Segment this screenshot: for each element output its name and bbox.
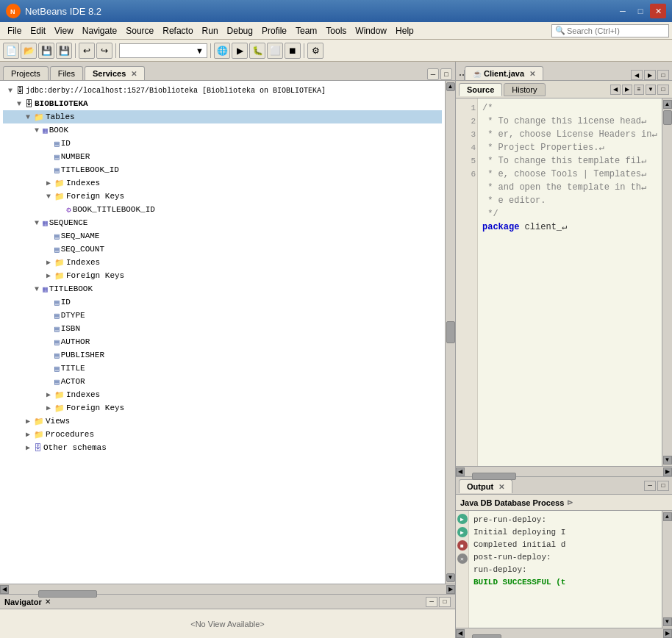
output-h-scroll-thumb[interactable] (472, 634, 501, 639)
tb-indexes-toggle-icon[interactable]: ▶ (44, 390, 53, 399)
build-button[interactable]: 🌐 (214, 43, 230, 59)
book-toggle-icon[interactable]: ▼ (32, 126, 41, 135)
scroll-left-button[interactable]: ◀ (0, 585, 9, 594)
tab-services[interactable]: Services ✕ (85, 66, 145, 80)
tree-book-foreignkeys-node[interactable]: ▼ 📁 Foreign Keys (3, 190, 442, 203)
tree-tb-id-node[interactable]: ▤ ID (3, 295, 442, 309)
output-tab[interactable]: Output ✕ (459, 479, 512, 493)
tree-tb-publisher-node[interactable]: ▤ PUBLISHER (3, 348, 442, 362)
tree-connection-node[interactable]: ▼ 🗄 jdbc:derby://localhost:1527/Biobliot… (3, 84, 442, 97)
menu-navigate[interactable]: Navigate (78, 24, 121, 37)
tree-seq-name-node[interactable]: ▤ SEQ_NAME (3, 229, 442, 243)
menu-view[interactable]: View (50, 24, 78, 37)
editor-scroll-down-button[interactable]: ▼ (663, 456, 672, 465)
editor-h-scroll-left[interactable]: ◀ (456, 467, 465, 476)
scroll-thumb[interactable] (446, 321, 455, 343)
connection-toggle-icon[interactable]: ▼ (6, 87, 15, 95)
navigator-restore-button[interactable]: □ (439, 597, 451, 607)
other-schemas-toggle-icon[interactable]: ▶ (24, 443, 32, 452)
output-h-scroll-right[interactable]: ▶ (663, 629, 672, 638)
profile-button[interactable]: ⬜ (267, 43, 283, 59)
editor-v-scrollbar[interactable]: ▲ ▼ (662, 98, 672, 466)
tree-titlebook-node[interactable]: ▼ ▦ TITLEBOOK (3, 282, 442, 295)
h-scroll-thumb[interactable] (38, 590, 97, 598)
minimize-button[interactable]: ─ (615, 4, 631, 18)
menu-source[interactable]: Source (121, 24, 158, 37)
procedures-toggle-icon[interactable]: ▶ (24, 430, 32, 439)
scroll-up-button[interactable]: ▲ (446, 82, 455, 91)
tree-views-node[interactable]: ▶ 📁 Views (3, 415, 442, 428)
tree-seq-count-node[interactable]: ▤ SEQ_COUNT (3, 243, 442, 256)
close-button[interactable]: ✕ (650, 4, 666, 18)
seq-indexes-toggle-icon[interactable]: ▶ (44, 258, 53, 267)
tree-tb-fk-node[interactable]: ▶ 📁 Foreign Keys (3, 401, 442, 415)
editor-h-scroll-thumb[interactable] (472, 473, 516, 480)
tree-schema-node[interactable]: ▼ 🗄 BIOBLIOTEKA (3, 97, 442, 110)
menu-run[interactable]: Run (198, 24, 223, 37)
debug-button[interactable]: 🐛 (249, 43, 265, 59)
output-scroll-up[interactable]: ▲ (663, 512, 672, 521)
editor-tab-close-icon[interactable]: ✕ (529, 70, 535, 78)
tree-tb-isbn-node[interactable]: ▤ ISBN (3, 322, 442, 335)
tree-tb-indexes-node[interactable]: ▶ 📁 Indexes (3, 388, 442, 401)
tree-seq-indexes-node[interactable]: ▶ 📁 Indexes (3, 256, 442, 269)
menu-debug[interactable]: Debug (223, 24, 257, 37)
project-dropdown[interactable]: ▼ (119, 43, 207, 58)
editor-scroll-left-button[interactable]: ◀ (631, 70, 643, 80)
tab-projects[interactable]: Projects (3, 66, 49, 80)
editor-maximize-button[interactable]: □ (657, 70, 669, 80)
tb-fk-toggle-icon[interactable]: ▶ (44, 404, 53, 412)
output-clear-icon[interactable]: ✕ (457, 553, 468, 564)
editor-scroll-right-button[interactable]: ▶ (644, 70, 656, 80)
editor-tab-client-java[interactable]: ☕ Client.java ✕ (465, 66, 543, 80)
tree-tb-author-node[interactable]: ▤ AUTHOR (3, 335, 442, 348)
stop-button[interactable]: ⏹ (285, 43, 301, 59)
output-run-icon[interactable]: ▶ (457, 514, 468, 524)
save-button[interactable]: 💾 (38, 43, 54, 59)
tables-toggle-icon[interactable]: ▼ (24, 113, 32, 121)
restore-panel-button[interactable]: □ (440, 68, 452, 80)
services-close-icon[interactable]: ✕ (131, 70, 137, 78)
code-area[interactable]: /* * To change this license head↵ * er, … (478, 98, 662, 466)
menu-tools[interactable]: Tools (321, 24, 351, 37)
minimize-panel-button[interactable]: ─ (427, 68, 439, 80)
menu-refactor[interactable]: Refacto (158, 24, 197, 37)
source-tab[interactable]: Source (459, 83, 502, 96)
tree-view[interactable]: ▼ 🗄 jdbc:derby://localhost:1527/Biobliot… (0, 81, 445, 584)
tree-tables-node[interactable]: ▼ 📁 Tables (3, 110, 442, 123)
maximize-button[interactable]: □ (632, 4, 648, 18)
tree-book-titlebook-node[interactable]: ▤ TITLEBOOK_ID (3, 163, 442, 176)
tree-book-id-node[interactable]: ▤ ID (3, 137, 442, 150)
tree-other-schemas-node[interactable]: ▶ 🗄 Other schemas (3, 441, 442, 454)
navigator-minimize-button[interactable]: ─ (426, 597, 437, 607)
tree-tb-dtype-node[interactable]: ▤ DTYPE (3, 309, 442, 322)
tab-files[interactable]: Files (50, 66, 83, 80)
tree-book-indexes-node[interactable]: ▶ 📁 Indexes (3, 176, 442, 190)
new-project-button[interactable]: 📄 (3, 43, 19, 59)
tree-sequence-node[interactable]: ▼ ▦ SEQUENCE (3, 216, 442, 229)
indexes-toggle1-icon[interactable]: ▶ (44, 179, 53, 187)
tree-book-titlebook-id-node[interactable]: ⚙ BOOK_TITLEBOOK_ID (3, 203, 442, 216)
output-minimize-button[interactable]: ─ (644, 481, 656, 491)
editor-h-scroll[interactable]: ◀ ▶ (456, 466, 672, 476)
search-input[interactable] (567, 26, 662, 35)
output-run2-icon[interactable]: ▶ (457, 527, 468, 537)
editor-toolbar-btn4[interactable]: ▼ (646, 85, 656, 95)
output-h-scroll[interactable]: ◀ ▶ (456, 628, 672, 638)
editor-toolbar-btn1[interactable]: ◀ (610, 85, 621, 95)
search-bar[interactable]: 🔍 (551, 24, 669, 37)
tree-procedures-node[interactable]: ▶ 📁 Procedures (3, 428, 442, 441)
output-tab-close-icon[interactable]: ✕ (498, 483, 504, 491)
editor-toolbar-btn3[interactable]: ≡ (634, 85, 644, 95)
output-v-scrollbar[interactable]: ▲ ▼ (662, 511, 672, 628)
output-stop-icon[interactable]: ■ (457, 540, 468, 551)
menu-help[interactable]: Help (391, 24, 418, 37)
editor-v-scroll-thumb[interactable] (663, 110, 672, 125)
tree-h-scroll[interactable]: ◀ ▶ (0, 584, 455, 594)
scroll-down-button[interactable]: ▼ (446, 573, 455, 582)
scroll-right-button[interactable]: ▶ (446, 585, 455, 594)
output-scroll-down[interactable]: ▼ (663, 617, 672, 626)
output-h-scroll-left[interactable]: ◀ (456, 629, 465, 638)
run-button[interactable]: ▶ (232, 43, 248, 59)
tree-book-node[interactable]: ▼ ▦ BOOK (3, 123, 442, 137)
